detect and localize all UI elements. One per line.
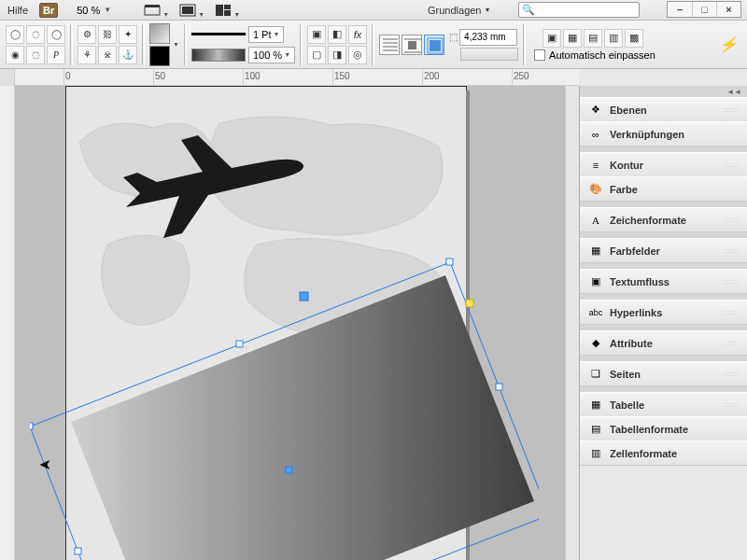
- pages-icon: ❏: [587, 366, 604, 383]
- workspace-selector[interactable]: Grundlagen ▾: [428, 5, 489, 16]
- tool-icon[interactable]: ⚘: [78, 46, 96, 64]
- svg-rect-1: [145, 5, 160, 7]
- fit-content-icon[interactable]: ▣: [543, 29, 561, 48]
- panel-label: Attribute: [610, 338, 653, 349]
- svg-rect-20: [30, 423, 33, 429]
- fill-stroke-swatch[interactable]: [149, 23, 170, 66]
- zoom-combo[interactable]: 50 % ▼: [77, 5, 111, 16]
- fit-prop-icon[interactable]: ▩: [625, 29, 643, 48]
- drop-shadow-icon[interactable]: ▣: [307, 25, 326, 44]
- tool-icon[interactable]: ※: [98, 46, 117, 64]
- view-options-icon[interactable]: ▼: [178, 3, 197, 18]
- panel-attribute[interactable]: ◆Attribute::::::: [580, 330, 747, 355]
- transform-tool-group: ⚙ ⛓ ✦ ⚘ ※ ⚓: [78, 25, 137, 64]
- airplane-graphic: [112, 128, 308, 249]
- charstyle-icon: A: [587, 212, 604, 229]
- panel-ebenen[interactable]: ❖Ebenen::::::: [580, 97, 747, 121]
- screen-mode-icon[interactable]: ▼: [143, 3, 162, 18]
- panel-farbfelder[interactable]: ▦Farbfelder::::::: [580, 238, 747, 262]
- misc-icon[interactable]: ◎: [348, 46, 367, 64]
- tool-icon[interactable]: ⛓: [98, 25, 117, 44]
- ruler-origin[interactable]: [0, 69, 15, 86]
- maximize-button[interactable]: □: [692, 2, 716, 17]
- wrap-group: [379, 35, 444, 55]
- tablestyles-icon: ▤: [587, 421, 604, 438]
- panel-collapse-row[interactable]: ◄◄: [580, 86, 747, 97]
- panel-textumfluss[interactable]: ▣Textumfluss::::::: [580, 269, 747, 293]
- close-button[interactable]: ×: [716, 2, 740, 17]
- cursor-icon: ➤: [39, 455, 51, 473]
- panel-label: Farbe: [610, 184, 638, 195]
- ruler-horizontal[interactable]: 050100150200250: [0, 69, 579, 86]
- wrap-box-icon[interactable]: [402, 35, 422, 55]
- scrollbar-vertical[interactable]: [565, 86, 579, 560]
- fit-frame-icon[interactable]: ▦: [563, 29, 582, 48]
- window-controls: – □ ×: [667, 1, 741, 18]
- wrap-rect-icon[interactable]: [424, 35, 444, 55]
- control-bar: ◯ ◌ ◯ ◉ ◌ P ⚙ ⛓ ✦ ⚘ ※ ⚓ ▼ 1 Pt▼ 100 %▼ ▣…: [0, 21, 747, 69]
- workspace-label: Grundlagen: [428, 5, 482, 16]
- tool-icon[interactable]: ✦: [119, 25, 137, 44]
- corner-icon[interactable]: ▢: [307, 46, 326, 64]
- panel-label: Zellenformate: [610, 448, 677, 459]
- frame-size-group: ⬚ 4,233 mm: [449, 29, 518, 61]
- center-content-icon[interactable]: ▤: [584, 29, 602, 48]
- tool-p-icon[interactable]: P: [47, 46, 65, 64]
- fx-icon[interactable]: fx: [348, 25, 367, 44]
- panel-kontur[interactable]: ≡Kontur::::::: [580, 152, 747, 176]
- frame-width-field[interactable]: 4,233 mm: [459, 29, 517, 46]
- fill-frame-icon[interactable]: ▥: [604, 29, 623, 48]
- opacity-combo[interactable]: 100 %▼: [248, 47, 295, 63]
- bridge-icon[interactable]: Br: [39, 3, 58, 18]
- fill-swatch-icon[interactable]: [149, 23, 170, 44]
- autofit-checkbox[interactable]: Automatisch einpassen: [534, 49, 655, 61]
- panel-farbe[interactable]: 🎨Farbe: [580, 176, 747, 201]
- svg-rect-6: [224, 10, 231, 16]
- stroke-swatch-icon[interactable]: [149, 46, 170, 66]
- quick-apply-icon[interactable]: ⚡: [719, 35, 738, 53]
- frame-slider[interactable]: [460, 48, 518, 61]
- stroke-weight-combo[interactable]: 1 Pt▼: [248, 26, 285, 43]
- link-icon[interactable]: ⬚: [449, 32, 458, 42]
- panel-hyperlinks[interactable]: abcHyperlinks::::::: [580, 300, 747, 324]
- svg-rect-0: [145, 7, 160, 15]
- svg-rect-13: [430, 40, 441, 51]
- panel-verknuepfungen[interactable]: ∞Verknüpfungen: [580, 121, 747, 146]
- tool-icon[interactable]: ◌: [26, 25, 45, 44]
- tool-icon[interactable]: ◌: [26, 46, 45, 64]
- links-icon: ∞: [587, 126, 604, 143]
- ruler-vertical[interactable]: [0, 86, 15, 560]
- panel-tabellenformate[interactable]: ▤Tabellenformate: [580, 416, 747, 441]
- canvas[interactable]: ➤: [0, 86, 579, 560]
- chevron-down-icon[interactable]: ▼: [173, 41, 179, 48]
- panel-label: Farbfelder: [610, 245, 660, 257]
- tool-icon[interactable]: ⚙: [78, 25, 96, 44]
- panel-zeichenformate[interactable]: AZeichenformate::::::: [580, 207, 747, 231]
- object-icon[interactable]: ◨: [328, 46, 346, 64]
- effects-icon[interactable]: ◧: [328, 25, 346, 44]
- minimize-button[interactable]: –: [668, 2, 692, 17]
- panel-label: Ebenen: [610, 105, 647, 116]
- table-icon: ▦: [587, 397, 604, 413]
- stroke-style-icon[interactable]: [191, 33, 246, 35]
- tool-icon[interactable]: ◉: [6, 46, 24, 64]
- menu-help[interactable]: Hilfe: [7, 5, 28, 16]
- panel-label: Textumfluss: [610, 276, 669, 287]
- color-icon: 🎨: [587, 181, 604, 198]
- effects-group: ▣◧fx ▢◨◎: [307, 25, 367, 64]
- search-input[interactable]: 🔍: [518, 2, 640, 18]
- wrap-none-icon[interactable]: [379, 35, 400, 55]
- gradient-bar-icon[interactable]: [191, 49, 246, 62]
- tool-icon[interactable]: ◯: [47, 25, 65, 44]
- stroke-weight-value: 1 Pt: [253, 29, 272, 40]
- tool-icon[interactable]: ⚓: [119, 46, 137, 64]
- arrange-icon[interactable]: ▼: [214, 3, 233, 18]
- panel-label: Zeichenformate: [610, 215, 686, 226]
- panel-zellenformate[interactable]: ▥Zellenformate: [580, 441, 747, 465]
- tool-icon[interactable]: ◯: [6, 25, 24, 44]
- view-mode-icons: ▼ ▼ ▼: [143, 3, 233, 18]
- panel-label: Tabelle: [610, 399, 644, 411]
- panel-tabelle[interactable]: ▦Tabelle::::::: [580, 392, 747, 416]
- panel-seiten[interactable]: ❏Seiten::::::: [580, 361, 747, 385]
- autofit-label: Automatisch einpassen: [549, 49, 655, 61]
